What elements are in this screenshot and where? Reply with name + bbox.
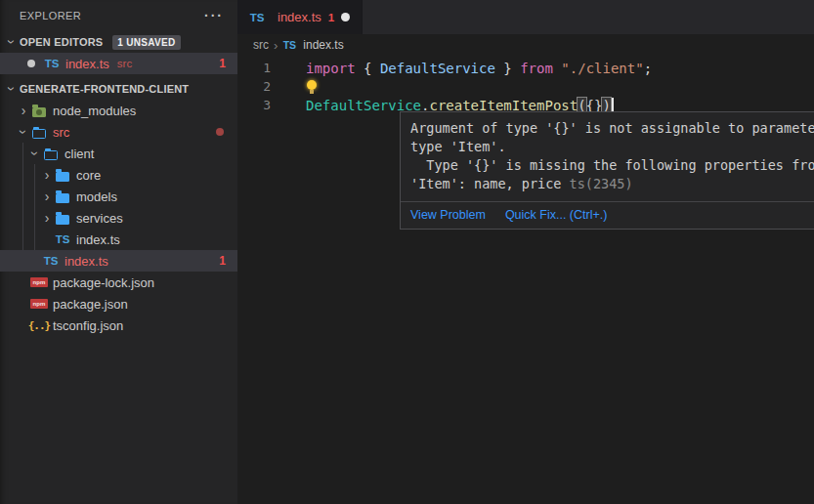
error-message: Argument of type '{}' is not assignable … — [401, 112, 814, 201]
folder-open-icon — [44, 150, 58, 160]
tree-item-label: client — [64, 147, 94, 161]
tree-item-package.json[interactable]: ›npmpackage.json — [0, 293, 237, 315]
tree-item-tsconfig.json[interactable]: ›{..}tsconfig.json — [0, 315, 237, 336]
tree-item-services[interactable]: ›services — [0, 207, 237, 229]
tree-item-label: core — [76, 168, 101, 183]
explorer-title: EXPLORER — [20, 10, 81, 21]
tree-item-index.ts[interactable]: ›TSindex.ts1 — [0, 250, 237, 272]
unsaved-badge: 1 UNSAVED — [112, 35, 180, 50]
line-number: 1 — [237, 61, 271, 75]
icon-box — [55, 210, 70, 226]
icon-box: {..} — [31, 317, 47, 333]
code-token: ; — [644, 61, 652, 76]
chevron-right-icon[interactable]: › — [16, 104, 31, 117]
tooltip-actions: View ProblemQuick Fix... (Ctrl+.) — [401, 201, 814, 229]
icon-box: TS — [43, 253, 59, 269]
error-message-line: type 'Item'. — [410, 138, 814, 156]
folder-icon — [56, 215, 69, 225]
icon-box: TS — [249, 10, 265, 25]
chevron-down-icon[interactable]: › — [5, 81, 19, 97]
code-token: "./client" — [561, 61, 643, 76]
icon-box: npm — [31, 274, 47, 290]
icon-box — [31, 103, 47, 118]
error-message-line: 'Item': name, price ts(2345) — [410, 175, 814, 193]
icon-box: TS — [44, 56, 60, 71]
icon-box — [55, 167, 70, 183]
error-message-line: Type '{}' is missing the following prope… — [410, 156, 814, 175]
typescript-icon: TS — [283, 39, 296, 51]
tab-bar: TS index.ts 1 — [237, 0, 814, 34]
tab-index-ts[interactable]: TS index.ts 1 — [237, 0, 363, 34]
icon-box: TS — [282, 37, 296, 53]
code-area[interactable]: 1import { DefaultService } from "./clien… — [237, 56, 814, 114]
tree-item-label: node_modules — [53, 104, 136, 118]
tree-item-label: services — [76, 211, 123, 226]
error-text: 'Item': name, price — [410, 176, 570, 191]
json-braces-icon: {..} — [28, 319, 51, 332]
tooltip-action-quick[interactable]: Quick Fix... (Ctrl+.) — [505, 208, 608, 222]
tree-item-label: package-lock.json — [53, 275, 154, 290]
tab-error-count: 1 — [328, 12, 334, 23]
code-token: from — [520, 61, 553, 76]
explorer-header: EXPLORER ··· — [0, 0, 237, 31]
open-editors-list: TSindex.tssrc1 — [0, 53, 237, 74]
error-count-badge: 1 — [219, 57, 226, 70]
chevron-right-icon[interactable]: › — [39, 168, 55, 182]
code-text[interactable] — [306, 79, 318, 94]
chevron-right-icon[interactable]: › — [39, 189, 55, 203]
breadcrumb-file[interactable]: index.ts — [303, 38, 343, 52]
npm-icon: npm — [30, 299, 47, 309]
tree-item-src[interactable]: ›src — [0, 121, 237, 143]
error-dot-icon — [216, 128, 224, 136]
code-text[interactable]: import { DefaultService } from "./client… — [306, 61, 652, 76]
folder-icon — [56, 193, 69, 203]
vscode-window: EXPLORER ··· › OPEN EDITORS 1 UNSAVED TS… — [0, 0, 814, 504]
code-token: } — [495, 61, 520, 76]
tree-item-client[interactable]: ›client — [0, 143, 237, 164]
open-editors-section-header[interactable]: › OPEN EDITORS 1 UNSAVED — [0, 31, 237, 53]
tree-item-core[interactable]: ›core — [0, 164, 237, 186]
file-label: index.ts — [65, 57, 109, 71]
lightbulb-icon[interactable] — [306, 79, 318, 94]
modified-dot-icon — [27, 60, 35, 67]
error-message-line: Argument of type '{}' is not assignable … — [410, 119, 814, 138]
tree-item-node_modules[interactable]: ›node_modules — [0, 100, 237, 121]
typescript-icon: TS — [250, 12, 265, 23]
icon-box: npm — [31, 296, 47, 312]
file-tree: ›node_modules›src›client›core›models›ser… — [0, 100, 237, 336]
line-number: 2 — [237, 79, 271, 94]
chevron-down-icon[interactable]: › — [17, 124, 30, 140]
error-text: ts(2345) — [570, 176, 633, 191]
tree-item-models[interactable]: ›models — [0, 186, 237, 207]
error-text: Type '{}' is missing the following prope… — [410, 157, 814, 173]
breadcrumb: src › TS index.ts — [237, 34, 814, 56]
icon-box — [43, 146, 59, 161]
more-actions-icon[interactable]: ··· — [204, 8, 224, 23]
chevron-right-icon[interactable]: › — [39, 211, 55, 225]
tree-item-label: tsconfig.json — [53, 318, 123, 333]
project-section-header[interactable]: › GENERATE-FRONTEND-CLIENT — [0, 78, 237, 100]
open-editor-item[interactable]: TSindex.tssrc1 — [0, 53, 237, 74]
editor-pane: TS index.ts 1 src › TS index.ts 1import … — [237, 0, 814, 504]
project-name-label: GENERATE-FRONTEND-CLIENT — [20, 83, 189, 95]
error-text: type 'Item'. — [410, 139, 506, 154]
line-number: 3 — [237, 98, 271, 112]
chevron-down-icon[interactable]: › — [5, 34, 19, 50]
error-text: Argument of type '{}' is not assignable … — [410, 120, 814, 136]
tooltip-action-view[interactable]: View Problem — [410, 208, 486, 222]
error-hover-tooltip: Argument of type '{}' is not assignable … — [400, 111, 814, 230]
unsaved-dot-icon[interactable] — [341, 13, 350, 21]
typescript-icon: TS — [56, 233, 70, 245]
tree-item-label: index.ts — [64, 254, 108, 269]
typescript-icon: TS — [45, 58, 60, 69]
tree-item-index.ts[interactable]: ›TSindex.ts — [0, 229, 237, 250]
breadcrumb-folder[interactable]: src — [253, 38, 269, 52]
tree-item-package-lock.json[interactable]: ›npmpackage-lock.json — [0, 272, 237, 293]
code-token: import — [306, 61, 356, 76]
breadcrumb-separator-icon: › — [274, 38, 278, 53]
error-count-badge: 1 — [219, 254, 226, 268]
code-token: DefaultService — [380, 61, 495, 76]
npm-icon: npm — [30, 277, 47, 287]
chevron-down-icon[interactable]: › — [28, 146, 42, 161]
explorer-sidebar: EXPLORER ··· › OPEN EDITORS 1 UNSAVED TS… — [0, 0, 237, 504]
